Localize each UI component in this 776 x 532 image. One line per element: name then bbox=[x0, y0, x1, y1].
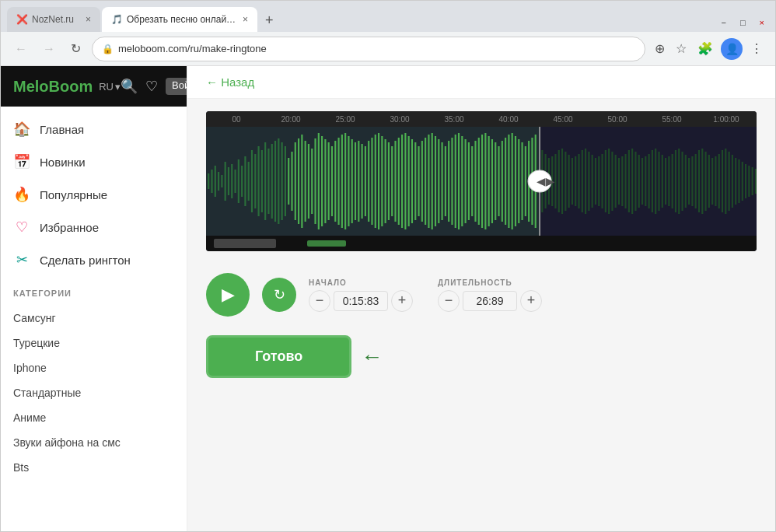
duration-plus-button[interactable]: + bbox=[520, 290, 542, 312]
svg-rect-61 bbox=[408, 136, 410, 226]
page-header: ← Назад bbox=[187, 66, 775, 99]
tab-noznet-close[interactable]: × bbox=[86, 14, 91, 25]
start-value[interactable]: 0:15:83 bbox=[334, 291, 388, 311]
language-selector[interactable]: RU ▾ bbox=[99, 81, 121, 93]
category-samsung[interactable]: Самсунг bbox=[1, 306, 187, 331]
svg-rect-146 bbox=[695, 154, 697, 208]
login-button[interactable]: Войти bbox=[166, 78, 187, 95]
svg-rect-32 bbox=[311, 149, 313, 214]
start-plus-button[interactable]: + bbox=[391, 290, 413, 312]
svg-rect-82 bbox=[478, 138, 480, 225]
svg-rect-154 bbox=[722, 150, 723, 212]
svg-rect-148 bbox=[701, 149, 703, 214]
svg-rect-45 bbox=[355, 142, 356, 220]
waveform-scrollbar[interactable] bbox=[206, 236, 757, 251]
logo: MeloBoom bbox=[13, 78, 93, 96]
svg-rect-56 bbox=[391, 146, 393, 216]
svg-rect-43 bbox=[348, 136, 349, 226]
svg-rect-119 bbox=[605, 150, 606, 212]
svg-rect-126 bbox=[628, 150, 630, 212]
svg-rect-138 bbox=[668, 156, 669, 206]
svg-rect-30 bbox=[305, 141, 306, 222]
sidebar-item-popular[interactable]: 🔥 Популярные bbox=[1, 178, 187, 211]
svg-rect-116 bbox=[595, 158, 596, 205]
maximize-button[interactable]: □ bbox=[736, 16, 750, 29]
svg-rect-115 bbox=[592, 155, 593, 208]
duration-value[interactable]: 26:89 bbox=[463, 291, 517, 311]
svg-rect-33 bbox=[314, 138, 316, 224]
new-tab-button[interactable]: + bbox=[259, 12, 280, 29]
sidebar-item-new[interactable]: 📅 Новинки bbox=[1, 145, 187, 178]
home-icon: 🏠 bbox=[13, 121, 30, 138]
tab-meloboom-close[interactable]: × bbox=[243, 14, 248, 25]
share-button[interactable]: ⊕ bbox=[652, 38, 668, 59]
category-standard[interactable]: Стандартные bbox=[1, 380, 187, 405]
svg-rect-132 bbox=[648, 154, 650, 208]
address-bar[interactable]: 🔒 bbox=[92, 37, 645, 61]
svg-rect-7 bbox=[228, 167, 229, 195]
scrollbar-thumb[interactable] bbox=[214, 239, 276, 248]
svg-rect-11 bbox=[241, 166, 243, 197]
timeline-mark-6: 45:00 bbox=[536, 115, 590, 124]
category-turkish[interactable]: Турецкие bbox=[1, 331, 187, 355]
back-link[interactable]: ← Назад bbox=[206, 75, 254, 89]
forward-button[interactable]: → bbox=[38, 39, 60, 59]
timeline-mark-8: 55:00 bbox=[645, 115, 699, 124]
close-button[interactable]: × bbox=[755, 16, 769, 29]
tab-noznet[interactable]: ❌ NozNet.ru × bbox=[7, 7, 100, 32]
svg-rect-62 bbox=[411, 139, 413, 223]
search-icon[interactable]: 🔍 bbox=[121, 78, 138, 95]
profile-button[interactable]: 👤 bbox=[721, 38, 743, 60]
svg-rect-111 bbox=[578, 154, 579, 208]
start-minus-button[interactable]: − bbox=[309, 290, 330, 312]
ready-btn-container: Готово ← bbox=[206, 335, 757, 378]
reload-button[interactable]: ↻ bbox=[66, 38, 86, 59]
category-apple-sms[interactable]: Звуки айфона на смс bbox=[1, 430, 187, 455]
svg-rect-164 bbox=[755, 169, 757, 194]
svg-rect-34 bbox=[318, 133, 320, 229]
minimize-button[interactable]: − bbox=[716, 16, 730, 29]
svg-rect-92 bbox=[512, 133, 513, 229]
category-bts[interactable]: Bts bbox=[1, 455, 187, 480]
sidebar-item-home[interactable]: 🏠 Главная bbox=[1, 113, 187, 145]
tab-meloboom[interactable]: 🎵 Обрезать песню онлайн. Обрез... × bbox=[102, 7, 257, 32]
bookmark-button[interactable]: ☆ bbox=[673, 38, 690, 59]
svg-rect-95 bbox=[521, 142, 523, 220]
favorites-icon[interactable]: ♡ bbox=[145, 78, 158, 95]
back-button[interactable]: ← bbox=[10, 39, 32, 59]
extensions-button[interactable]: 🧩 bbox=[694, 38, 716, 59]
play-button[interactable]: ▶ bbox=[206, 273, 250, 317]
svg-rect-130 bbox=[641, 158, 643, 205]
refresh-button[interactable]: ↻ bbox=[262, 278, 296, 312]
logo-accent: Boom bbox=[49, 78, 93, 95]
sidebar-item-favorites[interactable]: ♡ Избранное bbox=[1, 211, 187, 243]
svg-rect-81 bbox=[474, 141, 476, 222]
timeline-mark-0: 00 bbox=[209, 115, 264, 124]
duration-minus-button[interactable]: − bbox=[438, 290, 460, 312]
svg-rect-36 bbox=[324, 139, 326, 223]
svg-rect-66 bbox=[425, 138, 426, 225]
ready-button[interactable]: Готово bbox=[206, 335, 351, 378]
menu-button[interactable]: ⋮ bbox=[747, 38, 766, 59]
category-iphone[interactable]: Iphone bbox=[1, 355, 187, 380]
svg-rect-127 bbox=[631, 149, 633, 214]
tab-bar: ❌ NozNet.ru × 🎵 Обрезать песню онлайн. О… bbox=[1, 1, 775, 32]
sidebar-item-ringtone[interactable]: ✂ Сделать рингтон bbox=[1, 243, 187, 276]
timeline-mark-4: 35:00 bbox=[427, 115, 481, 124]
svg-rect-51 bbox=[375, 135, 376, 228]
address-input[interactable] bbox=[118, 43, 635, 54]
timeline-mark-5: 40:00 bbox=[481, 115, 536, 124]
svg-rect-108 bbox=[568, 155, 570, 208]
waveform-area[interactable]: 00 20:00 25:00 30:00 35:00 40:00 45:00 5… bbox=[206, 111, 757, 251]
waveform-body[interactable]: ◀▶ bbox=[206, 127, 757, 236]
svg-rect-58 bbox=[398, 138, 400, 225]
svg-rect-128 bbox=[634, 152, 636, 211]
svg-rect-69 bbox=[435, 136, 436, 226]
header-actions: 🔍 ♡ Войти bbox=[121, 78, 187, 95]
svg-rect-143 bbox=[685, 155, 687, 208]
svg-rect-86 bbox=[491, 139, 493, 223]
sidebar-item-new-label: Новинки bbox=[40, 156, 86, 169]
svg-rect-113 bbox=[585, 149, 586, 214]
logo-main: Melo bbox=[13, 78, 49, 95]
category-anime[interactable]: Аниме bbox=[1, 405, 187, 430]
